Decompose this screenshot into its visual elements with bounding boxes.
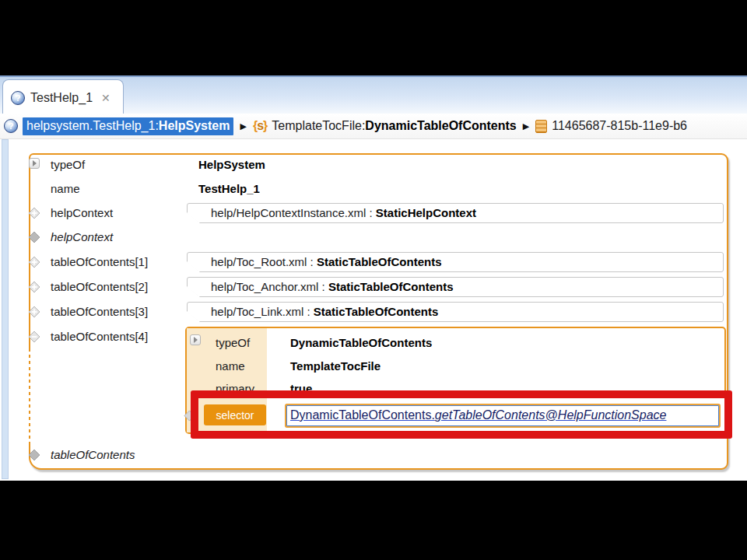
table-icon: [535, 120, 547, 133]
value-type: StaticTableOfContents: [317, 255, 442, 268]
annotation-ruler: [2, 139, 9, 479]
diamond-plus-icon[interactable]: [28, 207, 40, 219]
value-file: help/Toc_Anchor.xml: [211, 280, 318, 293]
value-separator: :: [303, 305, 314, 318]
selector-input[interactable]: DynamicTableOfContents.getTableOfContent…: [286, 405, 719, 426]
diamond-icon[interactable]: [184, 410, 195, 422]
chevron-right-icon: ▶: [238, 121, 247, 131]
child-connector-dashed-line: [29, 348, 30, 445]
nested-label-selector-highlight: selector: [204, 404, 266, 425]
selector-value-italic: getTableOfContents@HelpFunctionSpace: [435, 408, 667, 422]
expander-icon[interactable]: [29, 158, 40, 169]
breadcrumb-segment-text: TemplateTocFile:: [272, 119, 365, 132]
breadcrumb: ? helpsystem.TestHelp_1:HelpSystem ▶ {s}…: [0, 114, 747, 139]
help-icon: ?: [11, 91, 25, 105]
value-type: StaticHelpContext: [376, 206, 476, 219]
property-value-name: TestHelp_1: [198, 181, 260, 197]
diamond-filled-icon[interactable]: [28, 231, 40, 243]
value-box-toc1[interactable]: help/Toc_Root.xml : StaticTableOfContent…: [187, 252, 724, 272]
tab-title: TestHelp_1: [30, 91, 93, 105]
property-label-toc1: tableOfContents[1]: [51, 254, 148, 270]
breadcrumb-segment-uuid[interactable]: 11465687-815b-11e9-b6: [552, 119, 687, 133]
breadcrumb-segment-helpsystem[interactable]: helpsystem.TestHelp_1:HelpSystem: [23, 117, 233, 135]
diamond-plus-icon[interactable]: [28, 306, 40, 318]
helpsystem-form: typeOf HelpSystem name TestHelp_1 helpCo…: [29, 153, 728, 470]
nested-value-name: TemplateTocFile: [290, 359, 381, 374]
selector-value-regular: DynamicTableOfContents.: [290, 408, 435, 422]
close-icon[interactable]: ✕: [101, 92, 110, 104]
tab-testhelp1[interactable]: ? TestHelp_1 ✕: [2, 79, 124, 115]
diamond-plus-icon[interactable]: [28, 256, 40, 268]
value-file: help/Toc_Root.xml: [211, 255, 307, 268]
nested-value-typeof: DynamicTableOfContents: [290, 335, 432, 351]
breadcrumb-segment-text: helpsystem.TestHelp_1:: [26, 119, 159, 133]
nested-toc-editor: typeOf DynamicTableOfContents name Templ…: [185, 327, 726, 434]
value-box-toc2[interactable]: help/Toc_Anchor.xml : StaticTableOfConte…: [187, 277, 724, 297]
nested-label-typeof: typeOf: [216, 335, 250, 351]
breadcrumb-segment-type: DynamicTableOfContents: [365, 119, 516, 132]
nested-label-name: name: [216, 359, 245, 374]
value-file: help/HelpContextInstance.xml: [211, 206, 366, 219]
nested-value-primary: true: [290, 381, 312, 397]
property-label-helpcontext-slot: helpContext: [51, 229, 113, 245]
value-separator: :: [307, 255, 317, 268]
chevron-right-icon: ▶: [521, 121, 531, 131]
nested-label-primary: primary: [216, 381, 254, 397]
help-icon: ?: [4, 119, 18, 133]
value-type: StaticTableOfContents: [328, 280, 454, 293]
value-separator: :: [366, 206, 376, 219]
script-icon: {s}: [253, 119, 267, 133]
property-label-toc2: tableOfContents[2]: [51, 279, 148, 295]
breadcrumb-segment-tocfile[interactable]: TemplateTocFile:DynamicTableOfContents: [272, 119, 516, 133]
property-label-helpcontext: helpContext: [51, 205, 113, 221]
diamond-plus-icon[interactable]: [28, 281, 40, 293]
value-box-helpcontext[interactable]: help/HelpContextInstance.xml : StaticHel…: [187, 203, 724, 223]
value-separator: :: [318, 280, 328, 293]
top-letterbox: [0, 0, 747, 75]
value-file: help/Toc_Link.xml: [211, 305, 303, 318]
tab-strip: ? TestHelp_1 ✕: [0, 75, 747, 114]
diamond-filled-icon[interactable]: [28, 449, 40, 461]
property-label-toc-slot: tableOfContents: [51, 447, 135, 463]
value-box-toc3[interactable]: help/Toc_Link.xml : StaticTableOfContent…: [187, 302, 724, 322]
expander-icon[interactable]: [190, 334, 201, 345]
bottom-letterbox: [0, 481, 747, 560]
property-label-typeof: typeOf: [51, 157, 85, 173]
property-value-typeof: HelpSystem: [198, 157, 265, 173]
property-label-toc4: tableOfContents[4]: [51, 329, 148, 345]
diamond-minus-icon[interactable]: [28, 331, 40, 343]
property-label-toc3: tableOfContents[3]: [51, 304, 148, 320]
property-label-name: name: [51, 181, 80, 197]
editor-window: ? TestHelp_1 ✕ ? helpsystem.TestHelp_1:H…: [0, 0, 747, 560]
breadcrumb-segment-type: HelpSystem: [159, 119, 230, 133]
value-type: StaticTableOfContents: [314, 305, 439, 318]
